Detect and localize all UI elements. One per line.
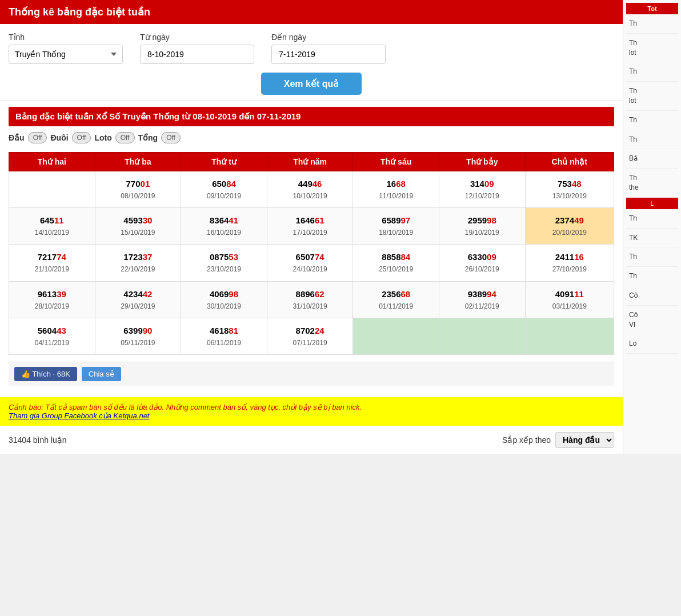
col-thu-sau: Thứ sáu xyxy=(353,153,439,171)
tong-label: Tổng xyxy=(138,133,158,142)
den-ngay-label: Đến ngày xyxy=(271,33,386,42)
table-section: Bảng đặc biệt tuần Xổ Số Truyền Thống từ… xyxy=(0,101,623,391)
sidebar-item[interactable]: Th xyxy=(626,209,678,229)
dau-toggle[interactable]: Off xyxy=(28,132,47,143)
cell: 172337 22/10/2019 xyxy=(95,245,181,281)
cell: 650774 24/10/2019 xyxy=(267,245,353,281)
sidebar-item[interactable]: Bả xyxy=(626,149,678,169)
comments-row: 31404 bình luận Sắp xếp theo Hàng đầu Mớ… xyxy=(0,426,623,454)
sidebar-item[interactable]: Thlot xyxy=(626,34,678,63)
table-row: 721774 21/10/2019 172337 22/10/2019 0875… xyxy=(9,245,614,281)
cell: 633009 26/10/2019 xyxy=(439,245,525,281)
cell: 459330 15/10/2019 xyxy=(95,208,181,245)
table-row: 961339 28/10/2019 423442 29/10/2019 4069… xyxy=(9,281,614,318)
sort-label: Sắp xếp theo xyxy=(502,435,551,445)
toggle-row: Đầu Off Đuôi Off Loto Off Tổng Off xyxy=(9,132,614,143)
den-ngay-filter-group: Đến ngày xyxy=(271,33,386,64)
tong-toggle[interactable]: Off xyxy=(161,132,181,143)
cell: 087553 23/10/2019 xyxy=(181,245,267,281)
cell: 295998 19/10/2019 xyxy=(439,208,525,245)
tu-ngay-filter-group: Từ ngày xyxy=(140,33,254,64)
cell: 406998 30/10/2019 xyxy=(181,281,267,318)
sidebar-item[interactable]: Lo xyxy=(626,334,678,354)
tu-ngay-input[interactable] xyxy=(140,45,254,64)
filter-row: Tỉnh Truyền Thống Từ ngày Đến ngày xyxy=(9,33,614,64)
table-row: 77001 08/10/2019 65084 09/10/2019 44946 … xyxy=(9,171,614,208)
tinh-select[interactable]: Truyền Thống xyxy=(9,45,123,64)
right-sidebar: Tot Th Thlot Th Thlot Th Th Bả Ththe L T… xyxy=(623,0,681,454)
duoi-label: Đuôi xyxy=(50,133,68,142)
cell: 235668 01/11/2019 xyxy=(353,281,439,318)
col-thu-ba: Thứ ba xyxy=(95,153,181,171)
warning-box: Cảnh báo: Tất cả spam bán số đều là lừa … xyxy=(0,397,623,426)
tu-ngay-label: Từ ngày xyxy=(140,33,254,42)
cell: 164661 17/10/2019 xyxy=(267,208,353,245)
sidebar-item[interactable]: Th xyxy=(626,14,678,34)
den-ngay-input[interactable] xyxy=(271,45,386,64)
filter-area: Tỉnh Truyền Thống Từ ngày Đến ngày Xem k… xyxy=(0,24,623,101)
loto-label: Loto xyxy=(94,133,111,142)
cell: 44946 10/10/2019 xyxy=(267,171,353,208)
sidebar-item[interactable]: Th xyxy=(626,111,678,130)
sidebar-item[interactable]: Thlot xyxy=(626,82,678,111)
duoi-toggle[interactable]: Off xyxy=(72,132,91,143)
tinh-label: Tỉnh xyxy=(9,33,123,42)
cell: 77001 08/10/2019 xyxy=(95,171,181,208)
sidebar-item[interactable]: CôVI xyxy=(626,306,678,335)
facebook-group-link[interactable]: Tham gia Group Facebook của Ketqua.net xyxy=(9,411,614,420)
cell xyxy=(353,318,439,354)
cell: 889662 31/10/2019 xyxy=(267,281,353,318)
cell xyxy=(9,171,95,208)
cell xyxy=(439,318,525,354)
cell: 31409 12/10/2019 xyxy=(439,171,525,208)
social-row: 👍 Thích · 68K Chia sẻ xyxy=(9,362,614,386)
cell: 241116 27/10/2019 xyxy=(525,245,614,281)
sidebar-item[interactable]: Ththe xyxy=(626,169,678,198)
table-title: Bảng đặc biệt tuần Xổ Số Truyền Thống từ… xyxy=(9,107,614,126)
cell: 409111 03/11/2019 xyxy=(525,281,614,318)
col-chu-nhat: Chủ nhật xyxy=(525,153,614,171)
comments-count: 31404 bình luận xyxy=(9,435,67,445)
cell: 65084 09/10/2019 xyxy=(181,171,267,208)
cell: 870224 07/11/2019 xyxy=(267,318,353,354)
table-row: 560443 04/11/2019 639990 05/11/2019 4618… xyxy=(9,318,614,354)
cell xyxy=(525,318,614,354)
col-thu-tu: Thứ tư xyxy=(181,153,267,171)
sort-row: Sắp xếp theo Hàng đầu Mới nhất Cũ nhất xyxy=(502,432,614,448)
tinh-filter-group: Tỉnh Truyền Thống xyxy=(9,33,123,64)
cell: 75348 13/10/2019 xyxy=(525,171,614,208)
sidebar-item[interactable]: Th xyxy=(626,130,678,150)
sidebar-tot-label: Tot xyxy=(626,3,678,14)
sidebar-item[interactable]: Th xyxy=(626,267,678,286)
warning-text: Cảnh báo: Tất cả spam bán số đều là lừa … xyxy=(9,403,614,411)
page-title: Thống kê bảng đặc biệt tuần xyxy=(9,6,150,18)
cell: 237449 20/10/2019 xyxy=(525,208,614,245)
cell: 938994 02/11/2019 xyxy=(439,281,525,318)
cell: 961339 28/10/2019 xyxy=(9,281,95,318)
cell: 461881 06/11/2019 xyxy=(181,318,267,354)
cell: 721774 21/10/2019 xyxy=(9,245,95,281)
sidebar-section-red: L xyxy=(626,198,678,209)
col-thu-bay: Thứ bảy xyxy=(439,153,525,171)
page-header: Thống kê bảng đặc biệt tuần xyxy=(0,0,623,24)
dau-label: Đầu xyxy=(9,133,25,142)
sidebar-item[interactable]: Th xyxy=(626,62,678,82)
loto-toggle[interactable]: Off xyxy=(115,132,135,143)
share-button[interactable]: Chia sẻ xyxy=(82,367,121,381)
result-table: Thứ hai Thứ ba Thứ tư Thứ năm Thứ sáu Th… xyxy=(9,152,614,355)
sidebar-item[interactable]: Cô xyxy=(626,286,678,306)
cell: 64511 14/10/2019 xyxy=(9,208,95,245)
search-button[interactable]: Xem kết quả xyxy=(261,73,362,95)
col-thu-nam: Thứ năm xyxy=(267,153,353,171)
sort-select[interactable]: Hàng đầu Mới nhất Cũ nhất xyxy=(555,432,614,448)
table-header-row: Thứ hai Thứ ba Thứ tư Thứ năm Thứ sáu Th… xyxy=(9,153,614,171)
cell: 885884 25/10/2019 xyxy=(353,245,439,281)
sidebar-item[interactable]: TK xyxy=(626,229,678,248)
cell: 639990 05/11/2019 xyxy=(95,318,181,354)
like-button[interactable]: 👍 Thích · 68K xyxy=(14,367,77,381)
cell: 423442 29/10/2019 xyxy=(95,281,181,318)
cell: 658997 18/10/2019 xyxy=(353,208,439,245)
sidebar-item[interactable]: Th xyxy=(626,247,678,267)
cell: 1668 11/10/2019 xyxy=(353,171,439,208)
cell: 836441 16/10/2019 xyxy=(181,208,267,245)
